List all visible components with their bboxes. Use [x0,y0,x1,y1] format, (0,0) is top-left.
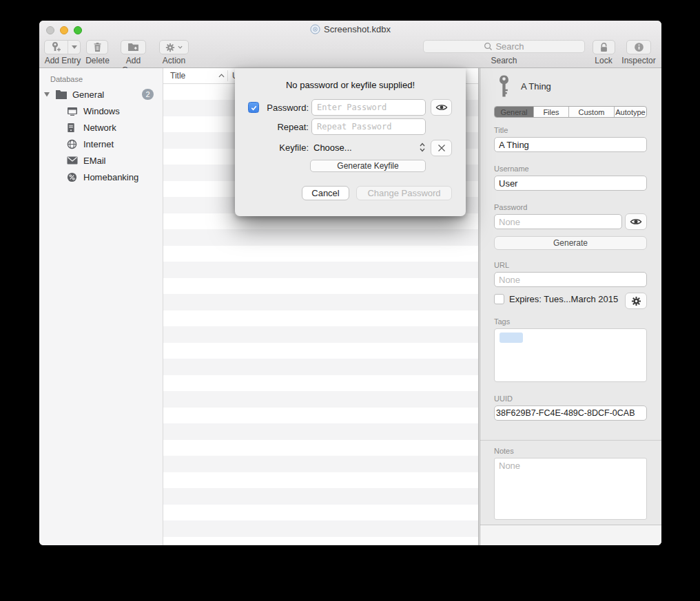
group-count-badge: 2 [142,89,154,100]
dialog-keyfile-label: Keyfile: [261,143,309,153]
sidebar-item-label: Network [83,123,116,133]
tab-custom[interactable]: Custom [569,107,615,117]
gear-icon [631,296,641,306]
sidebar-item-label: Internet [83,139,114,149]
sidebar-item-label: General [72,89,104,100]
sidebar-item-label: Homebanking [83,172,138,182]
percent-icon [67,172,79,182]
search-input[interactable]: Search [423,40,585,53]
column-header-title[interactable]: Title [170,71,185,81]
expires-settings-button[interactable] [625,293,647,309]
chevron-down-icon [178,45,183,49]
info-icon [634,42,644,52]
url-field[interactable] [494,272,647,287]
add-entry-dropdown[interactable] [68,41,80,54]
search-placeholder: Search [495,41,524,52]
password-field-label: Password [494,203,527,211]
dialog-repeat-input[interactable] [311,118,426,135]
inspector-label: Inspector [617,56,661,65]
inspector-tabs: General Files Custom Autotype [494,106,647,118]
eye-icon [630,218,642,226]
delete-label: Delete [85,56,110,65]
key-plus-icon [45,41,68,54]
sidebar: Database General 2 Windows [39,68,163,545]
trash-icon [93,42,102,52]
tags-box[interactable] [494,328,647,382]
tab-general[interactable]: General [495,107,534,117]
disclosure-triangle-icon[interactable] [44,92,50,97]
envelope-icon [67,156,79,165]
expires-label: Expires: Tues...March 2015 [509,294,618,304]
window-icon [67,107,79,116]
globe-icon [67,139,79,149]
sidebar-header: Database [39,68,163,86]
entry-title: A Thing [521,81,551,92]
uuid-field-label: UUID [494,394,513,403]
sidebar-item-email[interactable]: EMail [39,152,163,169]
inspector-panel: A Thing General Files Custom Autotype Ti… [480,68,661,545]
sidebar-item-network[interactable]: Network [39,119,163,136]
tab-files[interactable]: Files [534,107,569,117]
sidebar-item-label: EMail [83,156,106,166]
gear-icon [165,43,175,52]
window-title: Screenshot.kdbx [39,24,661,36]
sidebar-item-label: Windows [83,106,120,116]
dialog-password-input[interactable] [311,99,426,116]
padlock-open-icon [599,42,609,53]
change-password-button[interactable]: Change Password [356,186,452,200]
expires-checkbox[interactable] [494,294,504,304]
window-title-text: Screenshot.kdbx [324,24,391,34]
checkmark-icon [250,104,258,112]
password-field[interactable] [494,214,622,229]
inspector-footer [480,525,661,545]
clear-keyfile-button[interactable] [431,140,452,156]
reveal-password-button[interactable] [625,213,647,230]
expires-row: Expires: Tues...March 2015 [494,294,618,304]
add-entry-button[interactable] [44,40,81,54]
change-password-sheet: No password or keyfile supplied! Passwor… [235,68,466,216]
folder-icon [56,90,68,99]
sidebar-item-general[interactable]: General 2 [39,86,163,103]
close-x-icon [438,144,446,152]
key-icon [499,75,509,98]
eye-icon [435,103,448,112]
window-chrome: Screenshot.kdbx [39,21,661,68]
sidebar-item-homebanking[interactable]: Homebanking [39,169,163,185]
tag-chip[interactable] [500,333,523,343]
tab-autotype[interactable]: Autotype [615,107,646,117]
inspector-button[interactable] [626,40,651,54]
cancel-button[interactable]: Cancel [302,186,349,200]
add-entry-label: Add Entry [41,56,85,65]
title-field-label: Title [494,126,508,134]
password-checkbox[interactable] [248,102,259,113]
delete-button[interactable] [86,40,108,54]
dialog-password-label: Password: [261,103,309,113]
sheet-message: No password or keyfile supplied! [235,80,466,90]
sidebar-item-windows[interactable]: Windows [39,103,163,119]
generate-password-button[interactable]: Generate [494,236,647,250]
tags-field-label: Tags [494,317,510,326]
server-icon [67,123,79,133]
stepper-chevrons-icon[interactable] [420,143,425,152]
dialog-repeat-label: Repeat: [261,122,309,132]
search-label: Search [423,56,585,65]
column-divider[interactable] [227,70,228,81]
notes-field[interactable] [494,458,647,520]
username-field[interactable] [494,176,647,191]
add-group-button[interactable] [121,40,146,54]
username-field-label: Username [494,165,529,173]
action-label: Action [155,56,193,65]
dialog-reveal-password-button[interactable] [431,99,452,116]
generate-keyfile-button[interactable]: Generate Keyfile [310,160,426,172]
title-field[interactable] [494,137,647,152]
inspector-divider [480,440,661,441]
folder-plus-icon [127,43,139,52]
notes-field-label: Notes [494,447,514,455]
document-proxy-icon[interactable] [310,24,320,34]
lock-button[interactable] [593,40,615,54]
action-button[interactable] [159,40,189,54]
sidebar-item-internet[interactable]: Internet [39,136,163,152]
uuid-field[interactable] [494,405,647,421]
search-icon [484,42,493,51]
keyfile-popup[interactable]: Choose... [313,143,352,153]
